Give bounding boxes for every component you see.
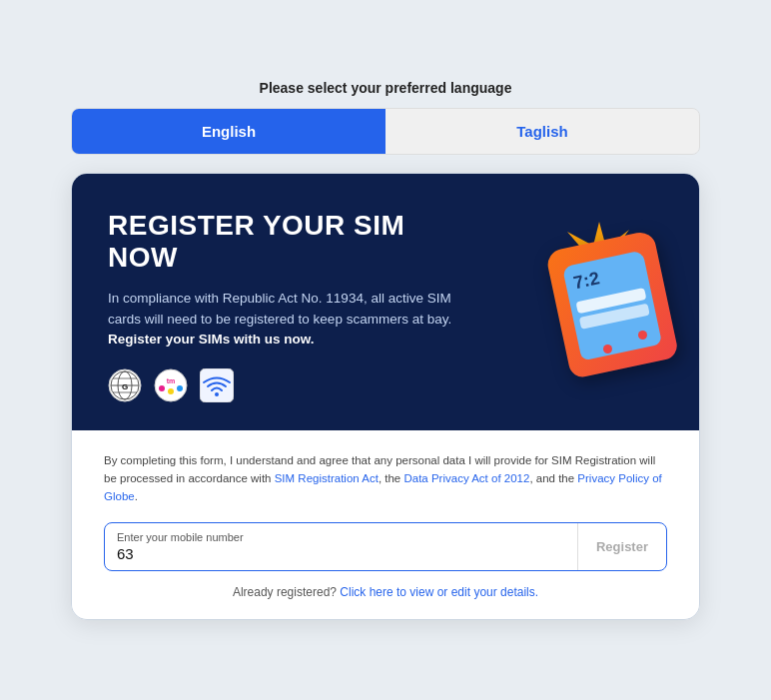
mobile-input-group: Enter your mobile number bbox=[105, 523, 577, 570]
banner-desc-text: In compliance with Republic Act No. 1193… bbox=[108, 291, 451, 327]
already-registered-text: Already registered? Click here to view o… bbox=[104, 585, 667, 599]
consent-text-end: . bbox=[135, 490, 138, 502]
main-container: Please select your preferred language En… bbox=[71, 80, 700, 620]
banner-section: REGISTER YOUR SIM NOW In compliance with… bbox=[72, 174, 699, 430]
svg-text:tm: tm bbox=[167, 377, 176, 384]
svg-rect-12 bbox=[200, 368, 234, 402]
globe-logo-icon: G bbox=[108, 368, 142, 402]
form-area: By completing this form, I understand an… bbox=[72, 430, 699, 618]
brand-logos: G tm bbox=[108, 368, 472, 402]
data-privacy-act-link[interactable]: Data Privacy Act of 2012 bbox=[403, 472, 529, 484]
register-button[interactable]: Register bbox=[577, 523, 666, 570]
language-prompt: Please select your preferred language bbox=[260, 80, 512, 96]
mobile-input-label: Enter your mobile number bbox=[117, 531, 565, 543]
banner-illustration: ! 7:2 bbox=[492, 210, 667, 369]
consent-text-mid1: , the bbox=[379, 472, 404, 484]
language-selector: English Taglish bbox=[71, 108, 700, 155]
svg-text:G: G bbox=[122, 382, 128, 391]
svg-point-7 bbox=[155, 369, 187, 401]
phone-illustration: 7:2 bbox=[507, 210, 667, 369]
sim-registration-act-link[interactable]: SIM Registration Act bbox=[275, 472, 379, 484]
main-card: REGISTER YOUR SIM NOW In compliance with… bbox=[71, 173, 700, 620]
banner-desc-bold: Register your SIMs with us now. bbox=[108, 332, 315, 347]
consent-text-mid2: , and the bbox=[529, 472, 577, 484]
english-button[interactable]: English bbox=[72, 109, 386, 154]
already-registered-label: Already registered? bbox=[233, 585, 337, 599]
banner-text: REGISTER YOUR SIM NOW In compliance with… bbox=[108, 210, 492, 402]
svg-point-9 bbox=[159, 385, 165, 391]
wifi-logo-icon bbox=[200, 368, 234, 402]
taglish-button[interactable]: Taglish bbox=[386, 109, 699, 154]
svg-point-11 bbox=[177, 385, 183, 391]
svg-point-10 bbox=[168, 388, 174, 394]
mobile-input-row: Enter your mobile number Register bbox=[104, 522, 667, 571]
svg-point-13 bbox=[215, 392, 219, 396]
banner-description: In compliance with Republic Act No. 1193… bbox=[108, 289, 472, 351]
banner-title: REGISTER YOUR SIM NOW bbox=[108, 210, 472, 274]
mobile-number-input[interactable] bbox=[117, 545, 565, 562]
view-edit-details-link[interactable]: Click here to view or edit your details. bbox=[340, 585, 538, 599]
tm-logo-icon: tm bbox=[152, 368, 190, 402]
consent-text: By completing this form, I understand an… bbox=[104, 452, 667, 505]
